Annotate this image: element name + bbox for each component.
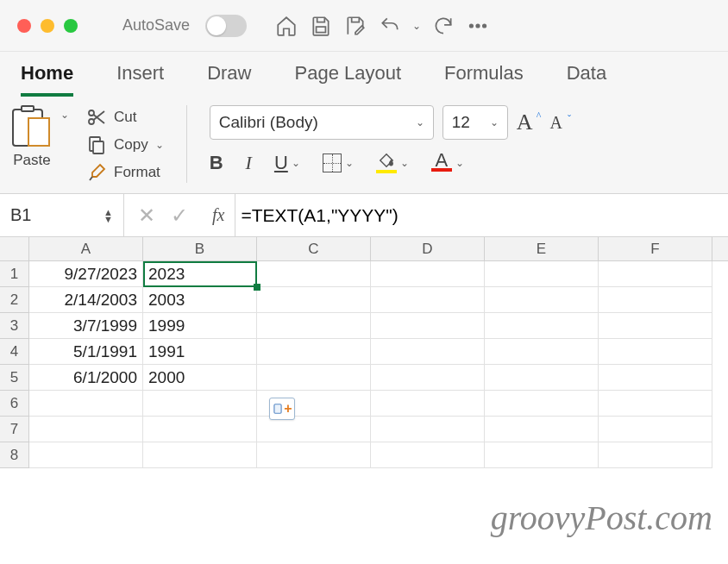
cell[interactable] bbox=[485, 391, 599, 417]
formula-input[interactable] bbox=[235, 194, 728, 236]
borders-button[interactable]: ⌄ bbox=[323, 154, 354, 172]
cell[interactable] bbox=[371, 417, 485, 442]
tab-home[interactable]: Home bbox=[21, 62, 73, 97]
paste-button[interactable]: Paste bbox=[12, 105, 52, 183]
worksheet-grid[interactable]: A B C D E F 19/27/2023202322/14/20032003… bbox=[0, 237, 728, 468]
copy-button[interactable]: Copy ⌄ bbox=[86, 135, 164, 155]
cell[interactable] bbox=[371, 287, 485, 313]
cancel-formula-button[interactable]: ✕ bbox=[138, 204, 155, 228]
tab-insert[interactable]: Insert bbox=[116, 62, 164, 97]
format-painter-button[interactable]: Format bbox=[86, 162, 164, 183]
home-icon[interactable] bbox=[274, 14, 298, 38]
row-header[interactable]: 2 bbox=[0, 287, 29, 313]
cell[interactable]: 1999 bbox=[143, 313, 257, 339]
grow-font-button[interactable]: A^ bbox=[517, 110, 542, 135]
close-icon[interactable] bbox=[17, 19, 31, 33]
cell[interactable] bbox=[371, 313, 485, 339]
cell[interactable] bbox=[257, 417, 371, 442]
more-icon[interactable] bbox=[466, 14, 490, 38]
copy-caret-icon[interactable]: ⌄ bbox=[155, 139, 164, 151]
minimize-icon[interactable] bbox=[41, 19, 54, 33]
cell[interactable] bbox=[371, 261, 485, 287]
select-all-corner[interactable] bbox=[0, 237, 29, 260]
cell[interactable]: 3/7/1999 bbox=[29, 313, 143, 339]
font-name-select[interactable]: Calibri (Body) ⌄ bbox=[210, 105, 434, 140]
cell[interactable] bbox=[143, 417, 257, 442]
cell[interactable] bbox=[599, 313, 712, 339]
row-header[interactable]: 8 bbox=[0, 442, 29, 468]
tab-page-layout[interactable]: Page Layout bbox=[295, 62, 402, 97]
cell[interactable] bbox=[257, 287, 371, 313]
col-header-f[interactable]: F bbox=[599, 237, 712, 260]
autosave-toggle[interactable] bbox=[205, 15, 247, 37]
paste-options-button[interactable]: + bbox=[269, 398, 295, 420]
cell[interactable]: 2003 bbox=[143, 287, 257, 313]
cell[interactable] bbox=[29, 442, 143, 468]
row-header[interactable]: 1 bbox=[0, 261, 29, 287]
cell[interactable]: 2/14/2003 bbox=[29, 287, 143, 313]
cell[interactable] bbox=[599, 287, 712, 313]
cell[interactable]: 5/1/1991 bbox=[29, 339, 143, 365]
col-header-c[interactable]: C bbox=[257, 237, 371, 260]
cut-button[interactable]: Cut bbox=[86, 107, 164, 128]
cell[interactable]: 2000 bbox=[143, 365, 257, 391]
cell[interactable] bbox=[257, 442, 371, 468]
fx-icon[interactable]: fx bbox=[202, 205, 235, 225]
bold-button[interactable]: B bbox=[210, 152, 223, 174]
row-header[interactable]: 6 bbox=[0, 391, 29, 417]
col-header-d[interactable]: D bbox=[371, 237, 485, 260]
tab-draw[interactable]: Draw bbox=[207, 62, 251, 97]
cell[interactable] bbox=[485, 365, 599, 391]
cell[interactable] bbox=[485, 339, 599, 365]
cell[interactable] bbox=[257, 261, 371, 287]
cell[interactable] bbox=[599, 365, 712, 391]
row-header[interactable]: 5 bbox=[0, 365, 29, 391]
cell[interactable] bbox=[485, 261, 599, 287]
col-header-a[interactable]: A bbox=[29, 237, 143, 260]
maximize-icon[interactable] bbox=[64, 19, 78, 33]
cell[interactable] bbox=[143, 442, 257, 468]
font-size-select[interactable]: 12 ⌄ bbox=[442, 105, 508, 140]
cell[interactable] bbox=[257, 339, 371, 365]
cell[interactable] bbox=[599, 391, 712, 417]
tab-data[interactable]: Data bbox=[567, 62, 606, 97]
cell[interactable] bbox=[371, 442, 485, 468]
italic-button[interactable]: I bbox=[246, 152, 252, 174]
cell[interactable] bbox=[485, 287, 599, 313]
font-color-button[interactable]: A ⌄ bbox=[431, 154, 464, 171]
underline-button[interactable]: U⌄ bbox=[274, 152, 300, 174]
redo-icon[interactable] bbox=[431, 14, 455, 38]
cell[interactable] bbox=[599, 339, 712, 365]
paste-caret-icon[interactable]: ⌄ bbox=[60, 109, 69, 121]
row-header[interactable]: 3 bbox=[0, 313, 29, 339]
cell[interactable] bbox=[29, 417, 143, 442]
cell[interactable] bbox=[371, 391, 485, 417]
cell[interactable] bbox=[371, 365, 485, 391]
row-header[interactable]: 4 bbox=[0, 339, 29, 365]
spinner-icon[interactable]: ▲▼ bbox=[104, 209, 113, 222]
cell[interactable]: 1991 bbox=[143, 339, 257, 365]
save-icon[interactable] bbox=[309, 14, 333, 38]
tab-formulas[interactable]: Formulas bbox=[444, 62, 524, 97]
confirm-formula-button[interactable]: ✓ bbox=[171, 204, 188, 228]
cell[interactable] bbox=[599, 261, 712, 287]
cell[interactable]: 9/27/2023 bbox=[29, 261, 143, 287]
cell[interactable] bbox=[257, 313, 371, 339]
save-edit-icon[interactable] bbox=[343, 14, 367, 38]
cell[interactable] bbox=[599, 442, 712, 468]
name-box[interactable]: B1 ▲▼ bbox=[0, 194, 124, 236]
cell[interactable] bbox=[485, 313, 599, 339]
cell[interactable] bbox=[371, 339, 485, 365]
undo-caret-icon[interactable]: ⌄ bbox=[412, 20, 421, 32]
cell[interactable] bbox=[485, 417, 599, 442]
cell[interactable]: 2023 bbox=[143, 261, 257, 287]
cell[interactable] bbox=[485, 442, 599, 468]
fill-color-button[interactable]: ⌄ bbox=[376, 153, 409, 173]
cell[interactable] bbox=[143, 391, 257, 417]
cell[interactable] bbox=[29, 391, 143, 417]
col-header-e[interactable]: E bbox=[485, 237, 599, 260]
shrink-font-button[interactable]: Aˇ bbox=[549, 113, 570, 133]
undo-icon[interactable] bbox=[378, 14, 402, 38]
row-header[interactable]: 7 bbox=[0, 417, 29, 442]
cell[interactable] bbox=[599, 417, 712, 442]
